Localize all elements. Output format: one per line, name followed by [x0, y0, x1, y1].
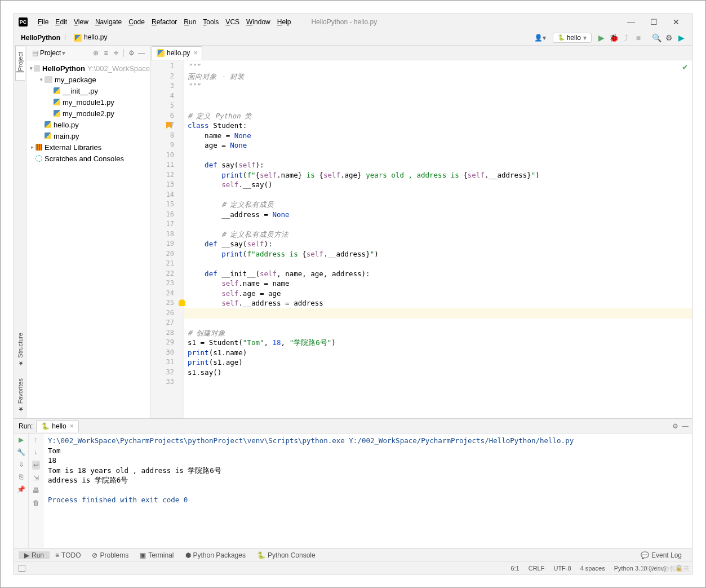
indent-settings[interactable]: 4 spaces [576, 565, 610, 572]
menu-run[interactable]: Run [180, 18, 199, 26]
tree-item[interactable]: main.py [26, 130, 150, 142]
tree-item[interactable]: __init__.py [26, 85, 150, 96]
breadcrumb-file[interactable]: hello.py [72, 33, 109, 42]
menu-edit[interactable]: Edit [52, 18, 70, 26]
modify-run-config-icon[interactable]: 🔧 [17, 448, 25, 456]
search-everywhere-button[interactable]: 🔍 [650, 33, 663, 42]
main-menu: FileEditViewNavigateCodeRefactorRunTools… [34, 18, 294, 26]
window-title: HelloPython - hello.py [311, 18, 620, 26]
line-number-gutter[interactable]: 1234567891011121314151617181920212223242… [150, 60, 177, 418]
scroll-to-end-icon[interactable]: ⇲ [33, 474, 39, 482]
run-tool-window: Run: 🐍hello× ⚙ — ▶ 🔧 ⇩ ⎘ 📌 ↑ ↓ ↩ ⇲ 🖶 🗑 Y… [14, 418, 692, 548]
bottom-tab-run[interactable]: ▶ Run [19, 551, 50, 559]
run-toolbar-secondary: ↑ ↓ ↩ ⇲ 🖶 🗑 [29, 434, 43, 548]
editor-area: hello.py × 12345678910111213141516171819… [150, 46, 692, 418]
down-icon[interactable]: ↓ [34, 448, 38, 456]
run-label: Run: [19, 422, 36, 430]
menu-code[interactable]: Code [125, 18, 148, 26]
settings-button[interactable]: ⚙ [663, 33, 675, 42]
tree-item[interactable]: my_module2.py [26, 108, 150, 119]
run-button[interactable]: ▶ [595, 33, 607, 42]
breadcrumb-separator: 〉 [63, 33, 72, 42]
tree-item[interactable]: hello.py [26, 119, 150, 130]
layout-icon[interactable]: ⎘ [19, 473, 23, 481]
minimize-button[interactable]: — [620, 14, 642, 30]
left-tool-tabs: Project ★ Structure ★ Favorites [14, 46, 26, 418]
editor-tab-hello[interactable]: hello.py × [152, 46, 202, 60]
app-icon: PC [19, 17, 28, 26]
tool-windows-toggle-icon[interactable] [19, 565, 25, 572]
project-view-icon[interactable]: ▤ [30, 49, 40, 57]
line-separator[interactable]: CRLF [524, 565, 549, 572]
debug-button[interactable]: 🐞 [607, 33, 620, 42]
user-dropdown-icon[interactable]: 👤▾ [534, 34, 546, 42]
watermark: CSDN @韩曙亮 [641, 564, 690, 574]
menu-file[interactable]: File [34, 18, 52, 26]
editor-tabs: hello.py × [150, 46, 692, 60]
code-area[interactable]: """面向对象 - 封装""" # 定义 Python 类class Stude… [184, 60, 692, 418]
clear-icon[interactable]: 🗑 [33, 499, 39, 507]
bottom-tab-problems[interactable]: ⊘ Problems [86, 551, 134, 559]
tree-item[interactable]: ▾HelloPythonY:\002_WorkSpace [26, 63, 150, 74]
pin-icon[interactable]: 📌 [17, 485, 25, 493]
tree-item[interactable]: Scratches and Consoles [26, 153, 150, 164]
up-icon[interactable]: ↑ [34, 436, 38, 444]
bottom-tab-packages[interactable]: ⬢ Python Packages [180, 551, 251, 559]
tree-item[interactable]: ▸External Libraries [26, 142, 150, 153]
python-file-icon [157, 49, 165, 57]
run-tab-hello[interactable]: 🐍hello× [36, 420, 78, 432]
print-icon[interactable]: 🖶 [33, 487, 39, 494]
tree-item[interactable]: my_module1.py [26, 96, 150, 108]
close-tab-icon[interactable]: × [193, 49, 197, 57]
navigation-bar: HelloPython 〉 hello.py 👤▾ 🐍hello ▾ ▶ 🐞 ⤴… [14, 30, 692, 46]
python-logo-icon: 🐍 [558, 34, 565, 41]
caret-position[interactable]: 6:1 [506, 565, 523, 572]
menu-navigate[interactable]: Navigate [92, 18, 125, 26]
menu-refactor[interactable]: Refactor [148, 18, 180, 26]
project-tree[interactable]: ▾HelloPythonY:\002_WorkSpace▾my_package_… [26, 60, 150, 418]
menu-window[interactable]: Window [243, 18, 274, 26]
tool-tab-favorites[interactable]: ★ Favorites [15, 373, 25, 418]
run-anything-button[interactable]: ▶ [675, 33, 687, 42]
stop-button[interactable]: ■ [632, 33, 645, 42]
run-toolbar-primary: ▶ 🔧 ⇩ ⎘ 📌 [14, 434, 29, 548]
project-tool-window: ▤ Project ▾ ⊕ ≡ ≑ ⚙ — ▾HelloPythonY:\002… [26, 46, 150, 418]
tool-tab-project[interactable]: Project [15, 46, 25, 81]
bottom-toolbar: ▶ Run ≡ TODO ⊘ Problems ▣ Terminal ⬢ Pyt… [14, 548, 692, 562]
expand-icon[interactable]: ≡ [101, 49, 111, 57]
run-hide-icon[interactable]: — [682, 422, 689, 430]
close-button[interactable]: ✕ [665, 14, 687, 30]
bottom-tab-terminal[interactable]: ▣ Terminal [134, 551, 179, 559]
run-configuration-selector[interactable]: 🐍hello ▾ [553, 33, 592, 43]
breadcrumb-project[interactable]: HelloPython [19, 34, 63, 42]
collapse-icon[interactable]: ≑ [111, 49, 121, 57]
file-encoding[interactable]: UTF-8 [549, 565, 575, 572]
project-pane-title[interactable]: Project [40, 49, 61, 57]
console-output[interactable]: Y:\002_WorkSpace\PycharmProjects\pythonP… [43, 434, 692, 548]
stop-icon[interactable]: ⇩ [19, 461, 24, 468]
tool-tab-structure[interactable]: ★ Structure [15, 327, 25, 373]
menu-vcs[interactable]: VCS [222, 18, 243, 26]
status-bar: 6:1 CRLF UTF-8 4 spaces Python 3.10 (ven… [14, 562, 692, 574]
menu-view[interactable]: View [70, 18, 92, 26]
menu-help[interactable]: Help [274, 18, 295, 26]
tree-item[interactable]: ▾my_package [26, 74, 150, 85]
project-pane-header: ▤ Project ▾ ⊕ ≡ ≑ ⚙ — [26, 46, 150, 60]
run-coverage-button[interactable]: ⤴ [620, 33, 632, 42]
locate-icon[interactable]: ⊕ [91, 49, 101, 57]
settings-icon[interactable]: ⚙ [126, 49, 136, 57]
fold-gutter[interactable] [177, 60, 184, 418]
editor[interactable]: 1234567891011121314151617181920212223242… [150, 60, 692, 418]
python-file-icon [74, 34, 82, 42]
bottom-tab-python-console[interactable]: 🐍 Python Console [251, 551, 321, 559]
soft-wrap-icon[interactable]: ↩ [32, 461, 40, 470]
run-settings-icon[interactable]: ⚙ [672, 422, 678, 430]
maximize-button[interactable]: ☐ [642, 14, 665, 30]
event-log-button[interactable]: 💬 Event Log [635, 551, 687, 559]
titlebar: PC FileEditViewNavigateCodeRefactorRunTo… [14, 14, 692, 30]
menu-tools[interactable]: Tools [199, 18, 222, 26]
hide-icon[interactable]: — [136, 49, 146, 57]
rerun-button[interactable]: ▶ [19, 436, 24, 444]
bottom-tab-todo[interactable]: ≡ TODO [50, 551, 86, 559]
